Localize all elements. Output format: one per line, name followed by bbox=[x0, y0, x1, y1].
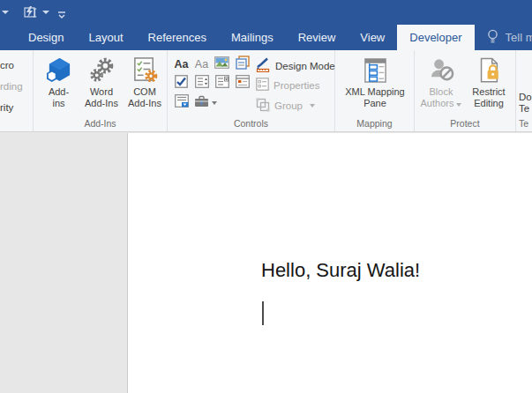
addins-label-line1: Add- bbox=[49, 86, 69, 97]
restrict-editing-button[interactable]: Restrict Editing bbox=[466, 50, 512, 109]
repeat-typing-icon[interactable] bbox=[24, 5, 38, 23]
checkbox-control-button[interactable] bbox=[172, 75, 191, 92]
addins-group-label: Add-Ins bbox=[34, 118, 167, 129]
controls-group-label: Controls bbox=[168, 118, 334, 129]
combo-box-icon bbox=[195, 75, 209, 92]
block-authors-button: Block Authors bbox=[418, 50, 464, 109]
ribbon-tab-bar: Design Layout References Mailings Review… bbox=[0, 25, 532, 50]
tab-view[interactable]: View bbox=[348, 25, 397, 50]
protect-group-label: Protect bbox=[415, 118, 515, 129]
building-block-icon bbox=[236, 56, 250, 73]
word-window: Design Layout References Mailings Review… bbox=[0, 0, 532, 393]
word-addins-button[interactable]: Word Add-Ins bbox=[80, 50, 123, 109]
record-macro-partial-label[interactable]: cro bbox=[0, 60, 14, 70]
tab-design[interactable]: Design bbox=[16, 25, 76, 50]
document-area: Hello, Suraj Walia! bbox=[0, 133, 532, 393]
word-addins-label-line1: Word bbox=[90, 86, 113, 97]
group-protect: Block Authors Restrict Editing Protect bbox=[415, 50, 516, 131]
dropdown-list-control-button[interactable] bbox=[213, 75, 231, 92]
group-addins: Add- ins Word Add-Ins bbox=[34, 50, 168, 131]
design-mode-icon bbox=[256, 57, 271, 74]
tell-me-box[interactable]: Tell me what y bbox=[475, 25, 532, 50]
tab-mailings[interactable]: Mailings bbox=[219, 25, 286, 50]
title-bar bbox=[0, 0, 532, 25]
document-heading[interactable]: Hello, Suraj Walia! bbox=[261, 259, 420, 282]
group-caret-icon bbox=[310, 104, 315, 108]
restrict-editing-label-line2: Editing bbox=[474, 98, 504, 108]
block-authors-label-line2: Authors bbox=[421, 98, 454, 108]
mapping-group-label: Mapping bbox=[335, 118, 414, 129]
gears-icon bbox=[88, 56, 116, 85]
tab-developer[interactable]: Developer bbox=[397, 25, 474, 50]
com-addins-label-line2: Add-Ins bbox=[128, 98, 161, 108]
word-addins-label-line2: Add-Ins bbox=[85, 98, 118, 108]
document-page[interactable]: Hello, Suraj Walia! bbox=[127, 133, 532, 393]
xml-mapping-label-line1: XML Mapping bbox=[345, 86, 404, 97]
repeat-typing-caret-icon[interactable] bbox=[42, 11, 49, 14]
text-cursor bbox=[262, 301, 264, 325]
lightbulb-icon bbox=[486, 29, 499, 47]
tab-layout[interactable]: Layout bbox=[76, 25, 135, 50]
date-picker-icon bbox=[236, 75, 250, 92]
rich-text-aa-label: Aa bbox=[175, 58, 189, 70]
plain-text-control-button[interactable]: Aa bbox=[192, 56, 211, 72]
repeating-section-control-button[interactable] bbox=[172, 94, 191, 111]
templates-group-partial-label: Te bbox=[519, 118, 532, 129]
tab-references[interactable]: References bbox=[136, 25, 219, 50]
com-addins-button[interactable]: COM Add-Ins bbox=[124, 50, 166, 109]
addins-label-line2: ins bbox=[52, 98, 64, 108]
rich-text-control-button[interactable]: Aa bbox=[172, 56, 191, 72]
restrict-editing-icon bbox=[476, 56, 502, 85]
checkbox-control-icon bbox=[175, 75, 188, 92]
block-authors-caret-icon bbox=[456, 103, 461, 107]
addins-cube-icon bbox=[45, 56, 72, 85]
group-objects-icon bbox=[256, 98, 270, 114]
qat-partial-caret-icon[interactable] bbox=[2, 11, 9, 14]
combo-box-control-button[interactable] bbox=[192, 75, 211, 92]
group-code-partial: cro rding rity bbox=[0, 50, 34, 131]
dropdown-list-icon bbox=[215, 75, 229, 92]
macro-security-partial-label[interactable]: rity bbox=[0, 102, 13, 113]
block-authors-icon bbox=[428, 56, 455, 85]
xml-mapping-icon bbox=[362, 56, 389, 85]
tab-review[interactable]: Review bbox=[286, 25, 348, 50]
block-authors-label-line1: Block bbox=[430, 86, 453, 97]
date-picker-control-button[interactable] bbox=[233, 75, 251, 92]
picture-control-icon bbox=[214, 56, 229, 72]
restrict-editing-label-line1: Restrict bbox=[472, 86, 505, 97]
group-button: Group bbox=[256, 98, 315, 114]
picture-control-button[interactable] bbox=[213, 56, 231, 72]
design-mode-button[interactable]: Design Mode bbox=[256, 57, 335, 74]
plain-text-aa-label: Aa bbox=[195, 58, 208, 70]
group-controls: Aa Aa bbox=[168, 50, 335, 131]
customize-qat-icon[interactable] bbox=[56, 8, 67, 24]
document-template-partial-line1[interactable]: Do bbox=[519, 92, 532, 102]
addins-button[interactable]: Add- ins bbox=[39, 50, 79, 109]
legacy-tools-caret-icon bbox=[212, 101, 217, 105]
building-block-gallery-button[interactable] bbox=[233, 56, 251, 72]
pause-recording-partial-label: rding bbox=[0, 81, 23, 92]
group-mapping: XML Mapping Pane Mapping bbox=[335, 50, 415, 131]
legacy-tools-icon bbox=[194, 95, 209, 111]
checklist-gear-icon bbox=[131, 56, 159, 85]
com-addins-label-line1: COM bbox=[133, 86, 156, 97]
xml-mapping-pane-button[interactable]: XML Mapping Pane bbox=[337, 50, 413, 109]
properties-icon bbox=[256, 78, 269, 93]
design-mode-label: Design Mode bbox=[275, 61, 335, 71]
tell-me-label: Tell me what y bbox=[506, 31, 532, 44]
ribbon-developer: cro rding rity Add- ins bbox=[0, 50, 532, 132]
group-label-text: Group bbox=[274, 100, 303, 111]
document-template-partial-line2[interactable]: Te bbox=[519, 103, 529, 114]
xml-mapping-label-line2: Pane bbox=[363, 98, 386, 108]
legacy-tools-button[interactable] bbox=[192, 94, 219, 111]
properties-button: Properties bbox=[256, 78, 319, 93]
properties-label: Properties bbox=[273, 80, 319, 91]
group-templates-partial: Do Te Te bbox=[516, 50, 532, 131]
repeating-section-icon bbox=[175, 94, 189, 111]
